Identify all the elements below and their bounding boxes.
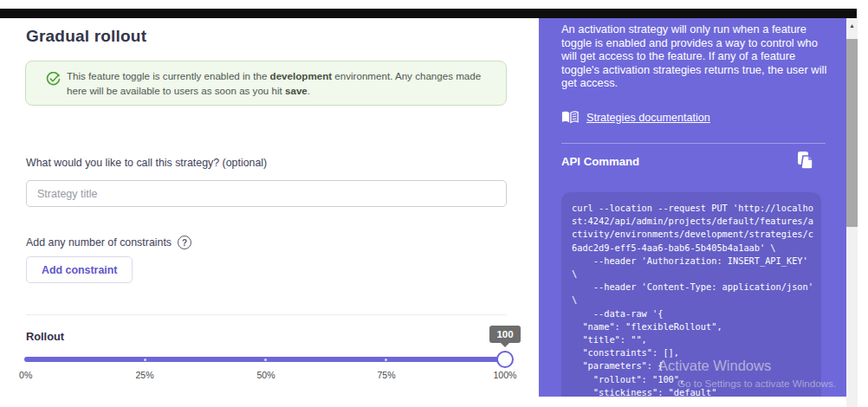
alert-save-word: save bbox=[285, 85, 308, 96]
api-command-heading: API Command bbox=[561, 155, 639, 168]
panel-divider bbox=[561, 143, 826, 144]
strategy-description: An activation strategy will only run whe… bbox=[561, 23, 828, 90]
strategies-documentation-link[interactable]: Strategies documentation bbox=[586, 112, 710, 124]
rollout-label: Rollout bbox=[26, 330, 64, 343]
rollout-value-tooltip: 100 bbox=[489, 326, 521, 343]
window-top-bar bbox=[0, 9, 857, 18]
alert-text: This feature toggle is currently enabled… bbox=[67, 69, 493, 98]
slider-thumb[interactable] bbox=[496, 351, 514, 368]
constraints-label-row: Add any number of constraints ? bbox=[26, 236, 191, 249]
add-constraint-button[interactable]: Add constraint bbox=[26, 256, 133, 283]
check-circle-icon bbox=[46, 72, 61, 87]
book-icon bbox=[561, 111, 579, 124]
tick-label-100: 100% bbox=[493, 370, 516, 380]
scrollbar-up-arrow-icon[interactable]: ▴ bbox=[846, 20, 858, 30]
section-divider bbox=[26, 314, 507, 315]
scrollbar-thumb[interactable] bbox=[846, 39, 858, 227]
environment-enabled-alert: This feature toggle is currently enabled… bbox=[25, 61, 507, 106]
slider-tick-25 bbox=[144, 359, 146, 361]
tick-label-0: 0% bbox=[19, 370, 32, 380]
slider-tick-50 bbox=[264, 359, 267, 361]
slider-tick-75 bbox=[385, 359, 387, 361]
tick-label-25: 25% bbox=[135, 370, 153, 380]
docs-link-row[interactable]: Strategies documentation bbox=[561, 111, 710, 124]
alert-env-word: development bbox=[270, 70, 333, 81]
copy-api-command-button[interactable] bbox=[797, 151, 814, 170]
help-icon[interactable]: ? bbox=[178, 236, 191, 249]
strategy-help-panel: An activation strategy will only run whe… bbox=[539, 18, 846, 397]
copy-icon bbox=[797, 151, 814, 170]
activate-windows-watermark-sub: Go to Settings to activate Windows. bbox=[677, 378, 836, 389]
page-title: Gradual rollout bbox=[26, 27, 146, 46]
panel-scrollbar[interactable]: ▴ bbox=[846, 18, 858, 407]
rollout-slider[interactable] bbox=[24, 351, 507, 370]
strategy-title-input[interactable] bbox=[26, 180, 507, 207]
constraints-label: Add any number of constraints bbox=[26, 236, 172, 249]
activate-windows-watermark: Activate Windows bbox=[658, 358, 771, 374]
tick-label-50: 50% bbox=[256, 370, 275, 380]
strategy-title-label: What would you like to call this strateg… bbox=[26, 157, 267, 169]
tick-label-75: 75% bbox=[377, 370, 395, 380]
